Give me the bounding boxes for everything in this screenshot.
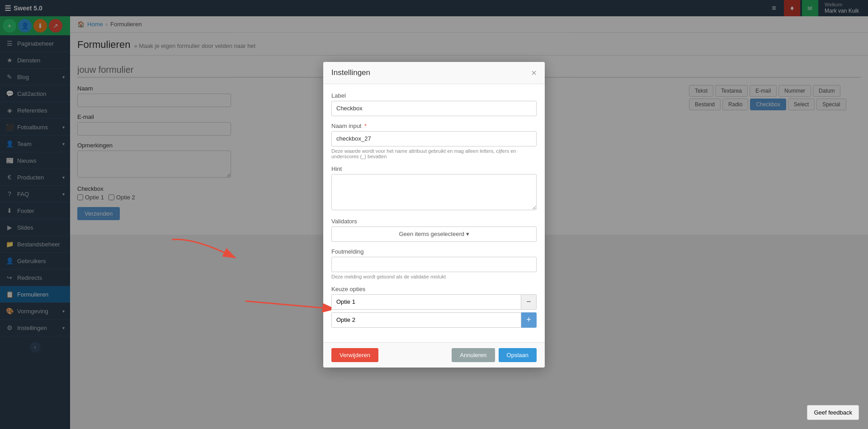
keuze-opties-container: − + <box>331 294 537 328</box>
naam-input-field[interactable] <box>331 131 537 146</box>
keuze-item-1: + <box>331 312 537 328</box>
modal-body: Label Naam input * Deze waarde wordt voo… <box>323 84 545 342</box>
foutmelding-input[interactable] <box>331 257 537 272</box>
hint-label: Hint <box>331 165 537 172</box>
validators-select[interactable]: Geen items geselecteerd ▾ <box>331 226 537 242</box>
hint-group: Hint <box>331 165 537 212</box>
modal-footer: Verwijderen Annuleren Opslaan <box>323 342 545 368</box>
feedback-button[interactable]: Geef feedback <box>807 405 859 420</box>
naam-input-help: Deze waarde wordt voor het name attribuu… <box>331 148 537 159</box>
label-field-label: Label <box>331 92 537 99</box>
modal-instellingen: Instellingen × Label Naam input * Deze w… <box>323 62 545 368</box>
required-marker: * <box>364 123 367 129</box>
keuze-add-btn-1[interactable]: + <box>521 312 537 328</box>
validators-value: Geen items geselecteerd ▾ <box>399 231 469 237</box>
svg-line-1 <box>245 301 322 308</box>
keuze-opties-group: Keuze opties <box>331 286 537 328</box>
keuze-input-1[interactable] <box>331 312 521 328</box>
modal-footer-right: Annuleren Opslaan <box>452 348 537 362</box>
keuze-item-0: − <box>331 294 537 310</box>
validators-group: Validators Geen items geselecteerd ▾ <box>331 218 537 242</box>
naam-input-label: Naam input * <box>331 123 537 129</box>
modal-close-button[interactable]: × <box>531 68 537 77</box>
foutmelding-label: Foutmelding <box>331 248 537 255</box>
red-arrow-annotation <box>241 297 331 321</box>
label-group: Label <box>331 92 537 116</box>
modal-overlay[interactable]: Instellingen × Label Naam input * Deze w… <box>0 0 868 429</box>
naam-input-group: Naam input * Deze waarde wordt voor het … <box>331 123 537 159</box>
modal-header: Instellingen × <box>323 62 545 84</box>
cancel-button[interactable]: Annuleren <box>452 348 495 362</box>
delete-button[interactable]: Verwijderen <box>331 348 378 362</box>
keuze-opties-label: Keuze opties <box>331 286 537 292</box>
modal-title: Instellingen <box>331 68 370 77</box>
foutmelding-group: Foutmelding Deze melding wordt getoond a… <box>331 248 537 279</box>
keuze-remove-btn-0[interactable]: − <box>521 294 537 310</box>
foutmelding-help: Deze melding wordt getoond als de valida… <box>331 274 537 279</box>
keuze-input-0[interactable] <box>331 294 521 310</box>
label-field-input[interactable] <box>331 101 537 116</box>
save-button[interactable]: Opslaan <box>499 348 537 362</box>
hint-textarea[interactable] <box>331 174 537 210</box>
validators-label: Validators <box>331 218 537 225</box>
